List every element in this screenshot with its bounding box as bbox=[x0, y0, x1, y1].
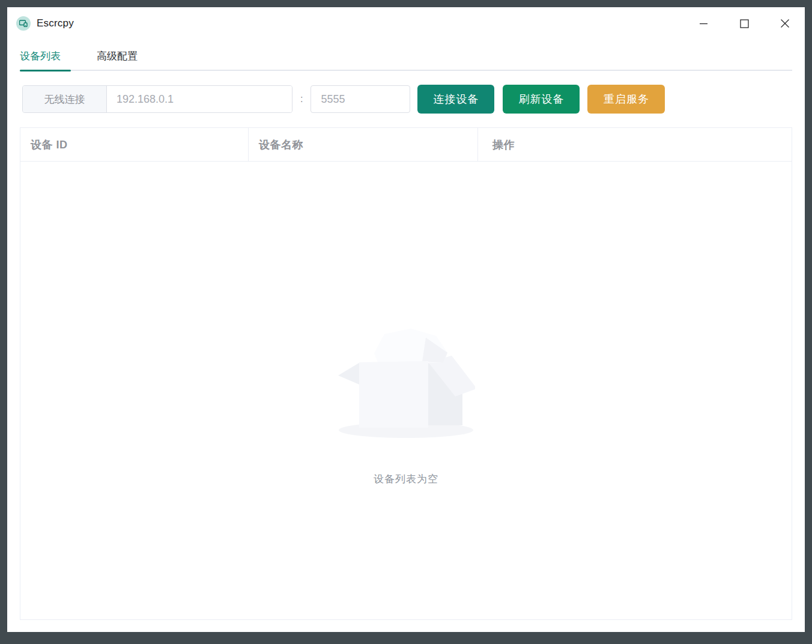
close-icon bbox=[780, 19, 790, 28]
minimize-button[interactable] bbox=[689, 12, 717, 35]
tab-track bbox=[20, 70, 792, 71]
escrcpy-logo-icon bbox=[16, 16, 31, 31]
tab-device-list[interactable]: 设备列表 bbox=[20, 49, 61, 64]
empty-state-text: 设备列表为空 bbox=[374, 472, 438, 486]
maximize-icon bbox=[740, 19, 749, 28]
titlebar: Escrcpy bbox=[7, 7, 805, 40]
minimize-icon bbox=[699, 19, 708, 28]
device-table: 设备 ID 设备名称 操作 设备列表为空 bbox=[20, 127, 792, 620]
empty-box-illustration bbox=[337, 328, 475, 439]
maximize-button[interactable] bbox=[730, 12, 758, 35]
active-tab-indicator bbox=[20, 70, 71, 71]
refresh-device-button[interactable]: 刷新设备 bbox=[503, 85, 580, 114]
host-port-separator: : bbox=[300, 94, 303, 105]
column-header-device-name: 设备名称 bbox=[249, 128, 478, 161]
connect-device-button[interactable]: 连接设备 bbox=[417, 85, 494, 114]
window-controls bbox=[689, 7, 805, 40]
tab-bar: 设备列表 高级配置 bbox=[20, 42, 792, 71]
tab-advanced-config[interactable]: 高级配置 bbox=[97, 49, 138, 64]
app-window: Escrcpy bbox=[7, 7, 805, 632]
host-ip-input[interactable] bbox=[107, 86, 292, 112]
column-header-device-id: 设备 ID bbox=[20, 128, 249, 161]
device-table-header: 设备 ID 设备名称 操作 bbox=[20, 128, 792, 162]
wireless-mode-label: 无线连接 bbox=[23, 86, 107, 112]
connection-toolbar: 无线连接 : 连接设备 刷新设备 重启服务 bbox=[22, 85, 792, 114]
restart-service-button[interactable]: 重启服务 bbox=[587, 85, 665, 114]
column-header-actions: 操作 bbox=[478, 128, 792, 161]
port-input[interactable] bbox=[311, 85, 410, 113]
close-button[interactable] bbox=[771, 12, 799, 35]
wireless-address-group: 无线连接 bbox=[22, 85, 292, 113]
app-title: Escrcpy bbox=[37, 17, 74, 29]
window-frame: Escrcpy bbox=[0, 0, 812, 644]
device-table-body: 设备列表为空 bbox=[20, 162, 792, 619]
